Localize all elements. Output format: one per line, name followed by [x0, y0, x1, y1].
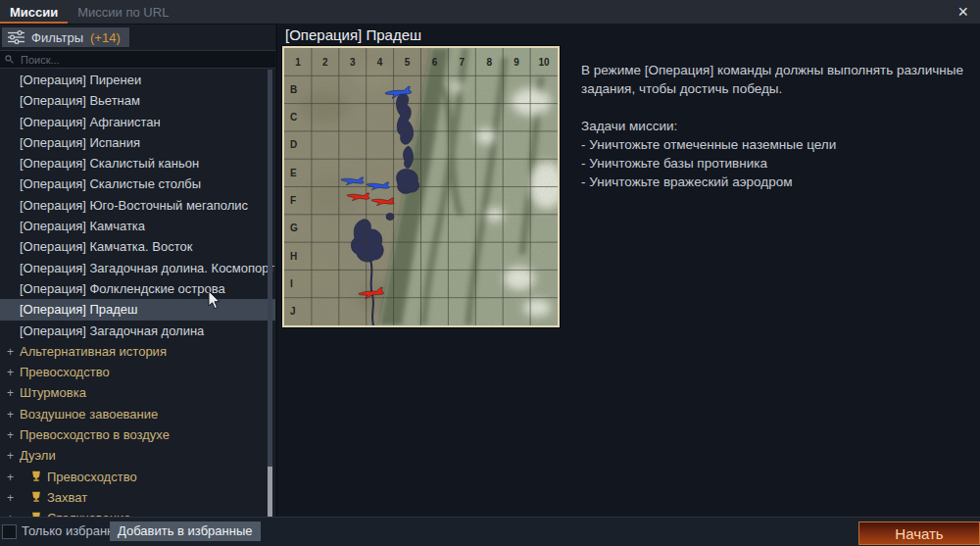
list-item-label: [Операция] Скалистые столбы: [20, 176, 201, 191]
search-field[interactable]: [0, 50, 275, 69]
list-item-label: Альтернативная история: [20, 344, 167, 359]
svg-text:B: B: [290, 84, 297, 95]
list-item-label: [Операция] Испания: [20, 135, 140, 150]
sidebar-scrollbar-thumb[interactable]: [268, 467, 272, 518]
svg-text:9: 9: [514, 57, 519, 68]
mission-title: [Операция] Прадеш: [285, 26, 421, 43]
list-item-label: Штурмовка: [20, 385, 86, 400]
mission-list-item[interactable]: [Операция] Юго-Восточный мегаполис: [0, 195, 275, 216]
svg-text:10: 10: [538, 57, 550, 68]
trophy-icon: [30, 488, 45, 509]
mission-list-item[interactable]: [Операция] Вьетнам: [0, 90, 275, 111]
mission-map-image: 12345678910BCDEFGHIJ: [284, 48, 558, 325]
mission-list-item[interactable]: [Операция] Камчатка. Восток: [0, 236, 275, 257]
svg-text:C: C: [290, 112, 297, 123]
expand-plus-icon[interactable]: +: [4, 405, 17, 425]
add-to-favorites-button[interactable]: Добавить в избранные: [110, 521, 261, 541]
category-list-item[interactable]: +Превосходство: [0, 362, 267, 382]
category-list-item[interactable]: +Воздушное завоевание: [0, 404, 267, 424]
filters-button[interactable]: Фильтры (+14): [2, 27, 129, 47]
description-line: - Уничтожьте базы противника: [581, 154, 980, 173]
svg-text:7: 7: [460, 57, 466, 68]
category-list-item[interactable]: +Захват: [0, 487, 267, 508]
list-item-label: [Операция] Фолклендские острова: [20, 281, 225, 296]
svg-text:6: 6: [432, 57, 438, 68]
expand-plus-icon[interactable]: +: [4, 342, 17, 363]
list-item-label: Превосходство: [47, 470, 137, 484]
svg-text:E: E: [290, 168, 297, 178]
filters-count-badge: (+14): [90, 30, 121, 45]
category-list-item[interactable]: +Штурмовка: [0, 382, 267, 403]
list-item-label: [Операция] Пиренеи: [20, 73, 141, 87]
svg-text:4: 4: [377, 57, 383, 68]
svg-text:5: 5: [405, 57, 411, 68]
list-item-label: Превосходство: [20, 365, 110, 379]
list-item-label: Захват: [47, 490, 87, 505]
mission-list-item[interactable]: [Операция] Фолклендские острова: [0, 278, 275, 299]
sidebar-scrollbar-track[interactable]: [268, 70, 272, 518]
svg-text:H: H: [290, 251, 297, 262]
mission-list-item[interactable]: [Операция] Скалистые столбы: [0, 174, 275, 194]
svg-text:2: 2: [322, 57, 328, 68]
mission-list-item[interactable]: [Операция] Прадеш: [0, 299, 275, 320]
category-list-item[interactable]: +Дуэли: [0, 445, 267, 466]
svg-text:D: D: [290, 139, 297, 150]
category-list-item[interactable]: +Превосходство: [0, 467, 267, 487]
close-icon[interactable]: ×: [957, 0, 968, 24]
expand-plus-icon[interactable]: +: [4, 383, 17, 404]
list-item-label: Воздушное завоевание: [20, 407, 158, 422]
only-favorites-checkbox[interactable]: [2, 524, 17, 539]
list-item-label: [Операция] Вьетнам: [20, 93, 140, 108]
search-icon: [5, 55, 14, 64]
mission-list-item[interactable]: [Операция] Загадочная долина: [0, 321, 275, 341]
mission-list: [Операция] Пиренеи[Операция] Вьетнам[Опе…: [0, 70, 275, 518]
filter-sliders-icon: [8, 30, 24, 44]
category-list-item[interactable]: +Альтернативная история: [0, 341, 267, 362]
list-item-label: [Операция] Камчатка: [20, 219, 145, 233]
tab-missions-by-url[interactable]: Миссии по URL: [68, 0, 178, 24]
list-item-label: [Операция] Юго-Восточный мегаполис: [20, 198, 248, 213]
filters-label: Фильтры: [31, 30, 83, 45]
start-button[interactable]: Начать: [858, 521, 980, 545]
description-line: - Уничтожьте вражеский аэродром: [581, 173, 980, 191]
expand-plus-icon[interactable]: +: [4, 468, 17, 488]
mission-sidebar: Фильтры (+14) [Операция] Пиренеи[Операци…: [0, 25, 275, 518]
description-line: В режиме [Операция] команды должны выпол…: [581, 61, 980, 98]
mission-select-window: { "titlebar": { "tabs": [ {"label": "Мис…: [0, 0, 980, 546]
mission-description: В режиме [Операция] команды должны выпол…: [581, 61, 980, 191]
expand-plus-icon[interactable]: +: [4, 425, 17, 446]
list-item-label: [Операция] Прадеш: [20, 302, 137, 317]
mission-map: 12345678910BCDEFGHIJ: [282, 46, 560, 327]
svg-text:G: G: [290, 223, 298, 233]
list-item-label: [Операция] Камчатка. Восток: [20, 239, 192, 254]
bottom-bar: Только избранные Добавить в избранные На…: [0, 517, 980, 546]
description-line: [581, 98, 980, 117]
expand-plus-icon[interactable]: +: [4, 446, 17, 467]
trophy-icon: [30, 468, 45, 488]
mission-list-item[interactable]: [Операция] Испания: [0, 132, 275, 153]
mission-list-item[interactable]: [Операция] Пиренеи: [0, 70, 275, 90]
category-list-item[interactable]: +Превосходство в воздухе: [0, 424, 267, 445]
top-tab-bar: Миссии Миссии по URL ×: [0, 0, 980, 25]
search-input[interactable]: [19, 53, 238, 67]
mission-list-item[interactable]: [Операция] Камчатка: [0, 216, 275, 236]
mission-list-item[interactable]: [Операция] Афганистан: [0, 112, 275, 132]
list-item-label: [Операция] Загадочная долина: [20, 323, 204, 338]
list-item-label: Превосходство в воздухе: [20, 427, 170, 442]
list-item-label: [Операция] Загадочная долина. Космопорт: [20, 261, 274, 275]
list-item-label: [Операция] Афганистан: [20, 115, 161, 129]
mission-list-item[interactable]: [Операция] Скалистый каньон: [0, 153, 275, 174]
tab-missions[interactable]: Миссии: [0, 0, 68, 24]
svg-text:1: 1: [295, 57, 301, 68]
svg-text:F: F: [290, 195, 296, 206]
svg-text:8: 8: [486, 57, 492, 68]
expand-plus-icon[interactable]: +: [4, 363, 17, 383]
mission-list-item[interactable]: [Операция] Загадочная долина. Космопорт: [0, 258, 275, 278]
description-line: Задачи миссии:: [581, 117, 980, 135]
list-item-label: [Операция] Скалистый каньон: [20, 156, 199, 171]
svg-text:J: J: [290, 306, 296, 317]
list-item-label: Дуэли: [20, 448, 56, 463]
expand-plus-icon[interactable]: +: [4, 488, 17, 509]
svg-text:3: 3: [350, 57, 356, 68]
mission-detail-panel: [Операция] Прадеш: [276, 24, 980, 518]
